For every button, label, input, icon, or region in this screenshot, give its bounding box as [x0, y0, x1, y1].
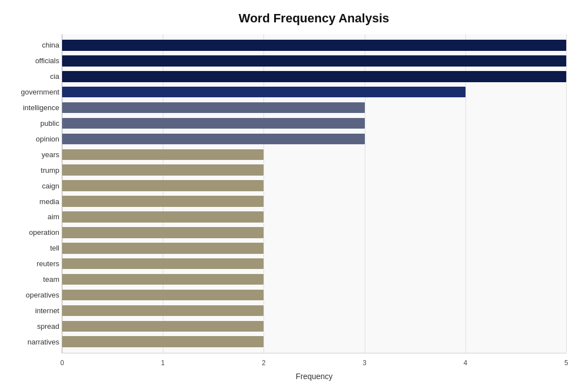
bars-container: chinaofficialsciagovernmentintelligencep…: [62, 34, 566, 353]
bar: [62, 305, 264, 317]
bar: [62, 211, 264, 223]
x-axis-title: Frequency: [62, 372, 566, 381]
bar: [62, 321, 264, 332]
bar-label: narratives: [3, 338, 59, 346]
bar-label: reuters: [3, 259, 59, 268]
bar-row: trump: [62, 162, 566, 178]
plot-area: 012345 chinaofficialsciagovernmentintell…: [62, 34, 566, 353]
bar-label: caign: [3, 182, 59, 190]
bar-row: reuters: [62, 256, 566, 272]
bar-row: officials: [62, 53, 566, 69]
bar: [62, 274, 264, 285]
bar-row: internet: [62, 303, 566, 318]
bar: [62, 87, 466, 98]
bar-row: media: [62, 193, 566, 209]
bar-label: cia: [3, 72, 59, 81]
bar-label: intelligence: [3, 103, 59, 112]
bar-label: media: [3, 197, 59, 206]
bar-row: team: [62, 272, 566, 287]
bar-label: public: [3, 119, 59, 127]
grid-line: [566, 34, 567, 353]
bar-row: china: [62, 37, 566, 53]
bar-row: intelligence: [62, 100, 566, 116]
bar-label: operation: [3, 228, 59, 237]
bar-label: government: [3, 88, 59, 96]
bar-row: caign: [62, 178, 566, 193]
bar: [62, 336, 264, 347]
bar-row: years: [62, 147, 566, 162]
bar: [62, 55, 566, 67]
bar-label: opinion: [3, 135, 59, 143]
bar: [62, 164, 264, 176]
bar: [62, 149, 264, 160]
bar-label: officials: [3, 56, 59, 65]
bar: [62, 258, 264, 270]
x-tick-label: 0: [60, 359, 64, 367]
bar-label: tell: [3, 244, 59, 252]
bar-row: tell: [62, 240, 566, 256]
bar: [62, 118, 365, 129]
x-tick-label: 4: [463, 359, 467, 367]
bar: [62, 71, 566, 82]
chart-container: Word Frequency Analysis 012345 chinaoffi…: [0, 0, 583, 392]
bar-row: aim: [62, 209, 566, 225]
x-tick-label: 2: [262, 359, 266, 367]
bar: [62, 180, 264, 191]
bar: [62, 196, 264, 207]
bar-row: government: [62, 84, 566, 100]
bar-row: public: [62, 116, 566, 131]
bar-row: narratives: [62, 334, 566, 350]
bar: [62, 40, 566, 51]
bar-label: trump: [3, 166, 59, 174]
x-tick-label: 1: [161, 359, 165, 367]
bar-label: internet: [3, 306, 59, 315]
bar-row: opinion: [62, 131, 566, 147]
x-tick-label: 3: [363, 359, 366, 367]
bar-label: aim: [3, 212, 59, 221]
chart-title: Word Frequency Analysis: [62, 11, 566, 26]
bar: [62, 243, 264, 254]
bar-label: china: [3, 41, 59, 49]
bar-label: operatives: [3, 291, 59, 299]
bar: [62, 102, 365, 114]
bar: [62, 290, 264, 301]
bar-row: spread: [62, 318, 566, 334]
bar: [62, 134, 365, 145]
bar-label: years: [3, 150, 59, 159]
bar: [62, 227, 264, 238]
bar-label: spread: [3, 322, 59, 330]
bar-row: operatives: [62, 287, 566, 303]
bar-label: team: [3, 275, 59, 284]
bar-row: cia: [62, 69, 566, 84]
x-tick-label: 5: [565, 359, 568, 367]
bar-row: operation: [62, 225, 566, 240]
